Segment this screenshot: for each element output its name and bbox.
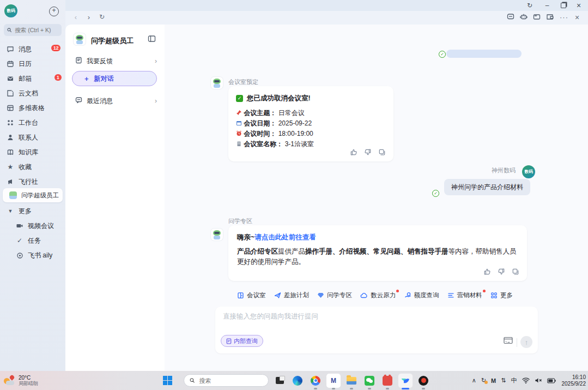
apps-grid-icon — [490, 292, 498, 299]
minimize-button[interactable]: – — [541, 1, 553, 10]
book-icon — [6, 148, 15, 156]
new-dot — [396, 290, 399, 292]
recent-messages-item[interactable]: 最近消息 › — [65, 94, 165, 108]
agent-avatar — [74, 33, 86, 45]
feedback-item[interactable]: 我要反馈 › — [65, 54, 165, 68]
tray-expand-icon[interactable]: ∧ — [472, 377, 476, 384]
more-icon[interactable]: ··· — [559, 13, 569, 21]
chip-more[interactable]: 更多 — [490, 291, 513, 299]
sidebar-item-aily[interactable]: 飞书 aily — [0, 249, 75, 262]
copy-icon[interactable] — [378, 148, 386, 156]
start-button[interactable] — [160, 374, 174, 388]
loading-skeleton-bubble — [446, 50, 522, 58]
history-icon[interactable]: ↻ — [524, 1, 536, 10]
app-titlebar: ‹ › ↻ ··· × — [65, 11, 588, 25]
sidebar-item-tasks[interactable]: ✓ 任务 — [0, 234, 75, 247]
chip-marketing-material[interactable]: 营销材料 — [447, 291, 482, 299]
weather-widget[interactable]: 20°C 局部晴朗 — [3, 375, 38, 387]
chip-shuyun-power[interactable]: 数云原力 — [360, 291, 396, 299]
windows-taskbar: 20°C 局部晴朗 M — [0, 371, 588, 390]
volume-muted-icon[interactable] — [535, 376, 542, 386]
sidebar-item-video-meeting[interactable]: 视频会议 — [0, 219, 75, 232]
thumbs-up-icon[interactable] — [350, 148, 357, 156]
update-icon[interactable]: ↻ — [481, 377, 486, 384]
sidebar-item-wenxue-agent[interactable]: 问学超级员工 — [3, 188, 63, 202]
windows-logo-icon — [163, 376, 172, 385]
message-input[interactable] — [222, 311, 529, 335]
user-avatar[interactable]: 数码 — [4, 4, 17, 17]
new-chat-button[interactable]: + 新对话 — [72, 71, 157, 86]
thumbs-up-icon[interactable] — [483, 268, 491, 275]
record-app-icon[interactable] — [416, 374, 431, 388]
wechat-icon[interactable] — [362, 374, 377, 388]
network-activity-icon[interactable]: ⇅ — [501, 377, 506, 384]
new-dot — [483, 290, 486, 292]
m-tray-icon[interactable]: M — [491, 377, 496, 384]
sidebar-item-flight-club[interactable]: 飞行社 — [0, 175, 65, 188]
search-icon — [190, 377, 195, 383]
thumbs-down-icon[interactable] — [364, 148, 372, 156]
wifi-icon[interactable] — [522, 376, 530, 386]
sidebar-item-contacts[interactable]: 联系人 — [0, 131, 65, 144]
pin-icon — [236, 109, 242, 117]
go-view-link[interactable]: 请点击此处前往查看 — [254, 233, 316, 241]
add-plus-icon[interactable]: + — [49, 7, 59, 16]
collapse-panel-icon[interactable] — [148, 35, 156, 45]
sidebar-item-wiki[interactable]: 知识库 — [0, 146, 65, 159]
red-app-icon[interactable] — [380, 374, 395, 388]
taskbar-search[interactable] — [184, 374, 269, 387]
task-view-button[interactable] — [272, 374, 287, 388]
close-button[interactable]: × — [573, 1, 585, 10]
sidebar-item-base[interactable]: 多维表格 — [0, 101, 65, 115]
door-icon — [237, 292, 244, 299]
user-message-avatar: 数码 — [522, 165, 535, 178]
clock-emoji-icon — [236, 130, 242, 137]
sidebar-item-docs[interactable]: 云文档 — [0, 87, 65, 100]
sidebar-item-favorites[interactable]: ★ 收藏 — [0, 160, 65, 173]
robot-avatar-icon — [9, 191, 17, 199]
chip-quota-query[interactable]: 额度查询 — [404, 291, 439, 299]
chevron-right-icon: › — [155, 57, 157, 65]
sidebar-item-calendar[interactable]: 日历 — [0, 57, 65, 70]
copy-icon[interactable] — [512, 268, 519, 275]
caret-down-icon: ▼ — [6, 208, 15, 214]
chrome-icon[interactable] — [308, 374, 323, 388]
messages-badge: 12 — [51, 45, 60, 51]
sidebar-item-workplace[interactable]: 工作台 — [0, 116, 65, 129]
forward-icon[interactable]: › — [84, 13, 94, 21]
clock-widget[interactable]: 16:10 2025/9/22 — [562, 374, 586, 387]
send-button[interactable]: ↑ — [520, 336, 532, 348]
ime-indicator[interactable]: 中 — [511, 376, 517, 385]
restore-button[interactable] — [557, 1, 569, 10]
app-close-icon[interactable]: × — [572, 13, 582, 22]
doc-icon — [226, 338, 232, 344]
battery-icon[interactable] — [547, 376, 556, 386]
back-icon[interactable]: ‹ — [71, 13, 81, 21]
open-in-window-icon[interactable] — [545, 13, 555, 22]
product-zone-card: 嗨亲~请点击此处前往查看 产品介绍专区提供产品操作手册、介绍视频、常见问题、销售… — [228, 225, 527, 281]
quick-actions-row: 会议室 差旅计划 问学专区 数云原力 额度查询 营销材料 — [237, 291, 513, 299]
window-titlebar — [65, 0, 588, 11]
taskbar-search-input[interactable] — [198, 377, 263, 385]
file-explorer-icon[interactable] — [344, 374, 359, 388]
sidebar-search[interactable] — [4, 24, 62, 36]
chip-meeting-room[interactable]: 会议室 — [237, 291, 266, 299]
shortcut-keyboard-icon[interactable] — [504, 337, 513, 346]
message-icon[interactable] — [506, 13, 516, 22]
refresh-icon[interactable]: ↻ — [97, 13, 107, 21]
m-app-icon[interactable]: M — [326, 374, 341, 388]
internal-query-chip[interactable]: 内部查询 — [221, 335, 263, 347]
weather-desc: 局部晴朗 — [19, 381, 38, 387]
miniplayer-icon[interactable] — [532, 13, 542, 22]
list-icon — [447, 292, 454, 299]
card-field: 会议主题： 日常会议 — [236, 108, 386, 118]
robot-icon[interactable] — [519, 13, 529, 22]
edge-icon[interactable] — [290, 374, 305, 388]
conversation-panel: 问学超级员工 我要反馈 › + 新对话 最近消息 › — [65, 25, 165, 371]
feishu-icon[interactable] — [398, 374, 413, 388]
chip-wenxue-zone[interactable]: 问学专区 — [317, 291, 352, 299]
chip-travel-plan[interactable]: 差旅计划 — [274, 291, 309, 299]
search-input[interactable] — [14, 26, 58, 34]
sidebar-item-more[interactable]: ▼ 更多 — [0, 205, 65, 218]
thumbs-down-icon[interactable] — [498, 268, 505, 275]
